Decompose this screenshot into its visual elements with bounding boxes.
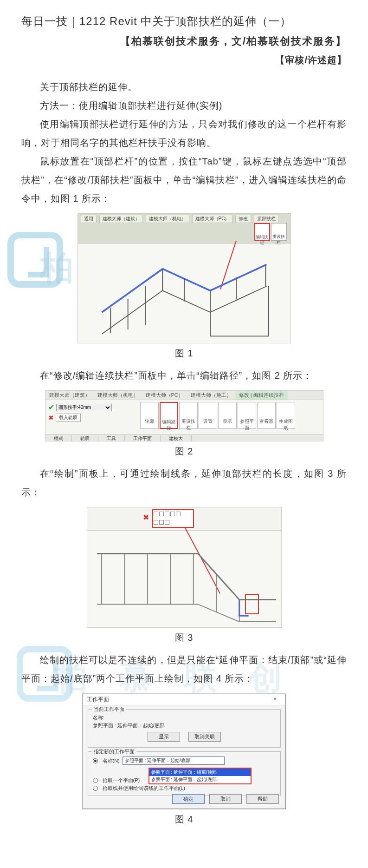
fig3-extension-highlight xyxy=(245,594,259,614)
current-plane-group: 当前工作平面 名称: 参照平面 : 延伸平面：起始/底部 显示 取消关联 xyxy=(88,709,281,748)
fig3-ribbon: ✖ xyxy=(87,507,281,531)
fig2-ref-button[interactable]: 参照平面 xyxy=(238,402,256,429)
group-title: 当前工作平面 xyxy=(92,706,126,713)
figure-4-caption: 图 4 xyxy=(21,813,347,826)
article-title: 每日一技｜1212 Revit 中关于顶部扶栏的延伸（一） xyxy=(21,14,347,29)
figure-3: ✖ xyxy=(87,507,282,628)
radio-line[interactable] xyxy=(93,786,98,791)
fig2-sheet-button[interactable]: 生成图纸 xyxy=(277,402,295,429)
work-plane-dialog: 工作平面 × 当前工作平面 名称: 参照平面 : 延伸平面：起始/底部 显示 取… xyxy=(83,694,286,809)
paragraph: 方法一：使用编辑顶部扶栏进行延伸(实例) xyxy=(21,96,347,115)
ok-button[interactable]: 确定 xyxy=(172,794,205,804)
paragraph: 使用编辑顶部扶栏进行延伸的方法，只会对我们修改的这一个栏杆有影响，对于相同名字的… xyxy=(21,115,347,152)
fig2-tab[interactable]: 建模大师（建筑） xyxy=(45,391,94,400)
paragraph: 在“修改/编辑连续扶栏”面板中，单击“编辑路径”，如图 2 所示： xyxy=(21,366,347,385)
figure-1-caption: 图 1 xyxy=(21,347,347,360)
paragraph: 鼠标放置在“顶部栏杆”的位置，按住“Tab”键，鼠标左键点选选中“顶部扶栏”，在… xyxy=(21,152,347,208)
plane-dropdown[interactable]: 参照平面 : 延伸平面：结束/顶部 参照平面 : 延伸平面：起始/底部 xyxy=(148,768,252,784)
fig1-reset-rail-button[interactable]: 重设扶栏 xyxy=(271,223,287,241)
dialog-close-button[interactable]: × xyxy=(269,696,282,704)
figure-2-caption: 图 2 xyxy=(21,445,347,458)
fig2-foot-label: 工具 xyxy=(98,435,125,441)
fig1-tab[interactable]: 建模大师（建筑） xyxy=(99,215,143,223)
figure-4: 工作平面 × 当前工作平面 名称: 参照平面 : 延伸平面：起始/底部 显示 取… xyxy=(82,693,286,809)
fig1-tabs: 通用 建模大师（建筑） 建模大师（机电） 建模大师（PC） 修改 顶部扶栏 xyxy=(78,214,291,224)
fig2-foot-label: 模式 xyxy=(45,435,72,441)
fig2-tab[interactable]: 建模大师（PC） xyxy=(142,391,187,400)
radio-pick[interactable] xyxy=(93,778,98,783)
fig2-tabs: 建模大师（建筑） 建模大师（机电） 建模大师（PC） 建模大师（施工） 修改 |… xyxy=(45,391,323,400)
figure-3-caption: 图 3 xyxy=(21,631,347,644)
name-label: 名称: xyxy=(93,714,104,721)
fig2-reset-button[interactable]: 重设扶栏 xyxy=(179,402,198,429)
fig2-load-profile-button[interactable]: 载入轮廓 xyxy=(56,414,81,422)
fig1-railing-3d xyxy=(92,260,277,338)
paragraph: 绘制的扶栏可以是不连续的，但是只能在“延伸平面：结束/顶部”或“延伸平面：起始/… xyxy=(21,651,347,688)
fig3-draw-tools-highlight[interactable] xyxy=(152,509,194,528)
fig2-foot-label: 轮廓 xyxy=(72,435,98,441)
fig1-tab[interactable]: 建模大师（PC） xyxy=(192,215,233,223)
dissociate-button[interactable]: 取消关联 xyxy=(188,732,221,742)
fig2-profile-select[interactable]: 圆形扶手:40mm xyxy=(56,404,112,411)
watermark-region-2: 柏 慕 联 创 www.lcbim.com 绘制的扶栏可以是不连续的，但是只能在… xyxy=(21,651,347,809)
figure-1: 通用 建模大师（建筑） 建模大师（机电） 建模大师（PC） 修改 顶部扶栏 编辑… xyxy=(77,213,291,343)
fig2-viewer-button[interactable]: 查看器 xyxy=(257,402,276,429)
close-icon[interactable]: ✖ xyxy=(48,414,54,421)
paragraph: 关于顶部扶栏的延伸。 xyxy=(21,78,347,96)
radio-name[interactable] xyxy=(93,758,98,763)
watermark-logo-icon xyxy=(7,232,63,288)
fig2-tab-active[interactable]: 修改 | 编辑连续扶栏 xyxy=(235,391,288,400)
fig1-ribbon: 通用 建模大师（建筑） 建模大师（机电） 建模大师（PC） 修改 顶部扶栏 编辑… xyxy=(78,214,291,243)
fig2-profile-button[interactable]: 轮廓 xyxy=(140,402,159,429)
radio-line-label: 拾取线并使用绘制该线的工作平面(L) xyxy=(103,785,185,792)
fig2-tab[interactable]: 建模大师（机电） xyxy=(94,391,142,400)
fig1-tab[interactable]: 修改 xyxy=(235,215,251,223)
fig2-settings-button[interactable]: 设置 xyxy=(199,402,217,429)
figure-2: 建模大师（建筑） 建模大师（机电） 建模大师（PC） 建模大师（施工） 修改 |… xyxy=(45,390,323,441)
cancel-icon[interactable]: ✖ xyxy=(143,513,149,522)
cancel-button[interactable]: 取消 xyxy=(209,794,242,804)
fig2-panel-labels: 模式 轮廓 工具 工作平面 建模大 xyxy=(45,434,323,441)
fig1-edit-rail-button[interactable]: 编辑扶栏 xyxy=(254,223,270,241)
show-button[interactable]: 显示 xyxy=(148,732,180,742)
group-title: 指定新的工作平面 xyxy=(92,748,136,755)
fig1-tab[interactable]: 顶部扶栏 xyxy=(254,215,279,223)
dialog-title: 工作平面 xyxy=(87,696,109,704)
article-subtitle: 【柏慕联创技术服务，文/柏慕联创技术服务】 xyxy=(21,34,347,48)
figure-1-wrapper: 柏 慕 联 创 www.lcbim.com 通用 建模大师（建筑） 建模大师（机… xyxy=(21,213,347,343)
dropdown-option[interactable]: 参照平面 : 延伸平面：起始/底部 xyxy=(149,776,251,783)
paragraph: 在“绘制”面板上，可通过绘制线条，延伸顶部扶栏的长度，如图 3 所示： xyxy=(21,464,347,501)
fig2-edit-path-button[interactable]: 编辑路径 xyxy=(160,402,178,429)
new-plane-group: 指定新的工作平面 名称(N) 参照平面 : 延伸平面：起始/底部 参照平面 : … xyxy=(88,751,281,796)
dropdown-option[interactable]: 参照平面 : 延伸平面：结束/顶部 xyxy=(149,769,251,776)
article-reviewer: 【审核/许述超】 xyxy=(21,54,347,66)
current-plane-value: 参照平面 : 延伸平面：起始/底部 xyxy=(93,722,165,729)
fig1-tab[interactable]: 通用 xyxy=(81,215,97,223)
plane-select[interactable]: 参照平面 : 延伸平面：起始/底部 xyxy=(123,756,225,765)
fig2-tab[interactable]: 建模大师（施工） xyxy=(187,391,235,400)
fig2-mode-panel: ✔ 圆形扶手:40mm ✖ 载入轮廓 xyxy=(45,400,138,434)
fig1-tab[interactable]: 建模大师（机电） xyxy=(146,215,189,223)
radio-name-label: 名称(N) xyxy=(103,757,120,764)
check-icon[interactable]: ✔ xyxy=(48,403,54,412)
help-button[interactable]: 帮助 xyxy=(246,794,279,804)
radio-pick-label: 拾取一个平面(P) xyxy=(103,777,140,784)
fig2-foot-label: 工作平面 xyxy=(125,435,161,441)
fig2-foot-label: 建模大 xyxy=(161,435,192,441)
fig2-show-button[interactable]: 显示 xyxy=(218,402,237,429)
